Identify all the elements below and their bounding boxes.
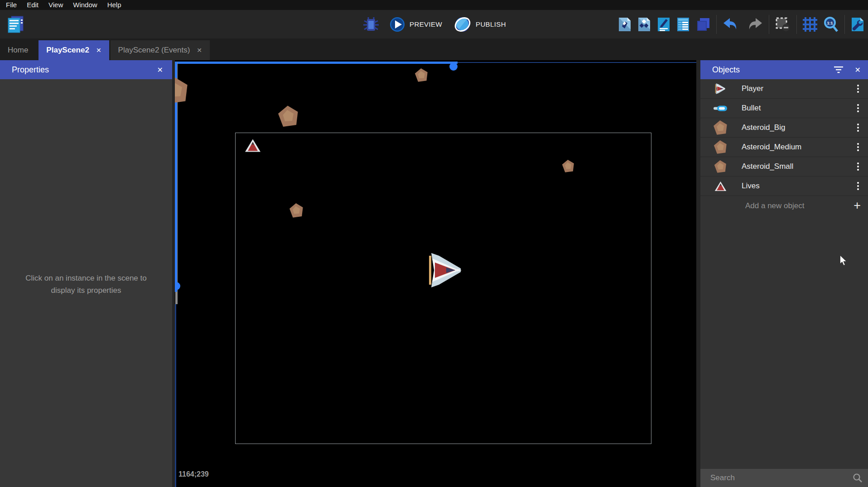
object-label: Asteroid_Big [742,123,785,132]
toggle-grid-button[interactable] [803,17,817,32]
open-object-groups-button[interactable] [637,17,651,32]
tab-home-label: Home [8,46,28,55]
object-label: Asteroid_Medium [742,143,801,152]
page-pencil-icon [657,17,670,32]
bullet-icon [710,105,730,111]
debugger-button[interactable] [362,15,380,33]
instance-lives[interactable] [245,138,261,154]
menu-file[interactable]: File [1,0,22,10]
instances-list-icon [676,17,690,32]
preview-label: PREVIEW [410,20,442,28]
objects-close-icon[interactable]: ✕ [855,66,861,74]
main-area: Properties ✕ Click on an instance in the… [0,60,868,487]
selection-delete-icon [775,17,791,32]
publish-button[interactable]: PUBLISH [453,15,506,33]
toolbar-center: PREVIEW PUBLISH [362,10,506,38]
object-row-asteroid-big[interactable]: Asteroid_Big [700,118,868,138]
toolbar: PREVIEW PUBLISH [0,10,868,38]
menu-view[interactable]: View [43,0,68,10]
objects-panel-header: Objects ✕ [700,60,868,79]
object-label: Bullet [742,104,761,113]
instance-asteroid-big-clipped[interactable] [175,76,189,106]
object-menu-dots-icon[interactable] [857,162,859,171]
cursor-coordinates: 1164;239 [178,470,209,478]
object-row-lives[interactable]: Lives [700,177,868,196]
tab-playscene2-events-label: PlayScene2 (Events) [118,46,190,55]
properties-panel-header: Properties ✕ [0,60,172,79]
tab-playscene2-label: PlayScene2 [46,46,89,55]
object-menu-dots-icon[interactable] [857,143,859,151]
object-menu-dots-icon[interactable] [857,104,859,112]
menu-edit[interactable]: Edit [22,0,43,10]
add-object-row[interactable]: Add a new object + [700,196,868,215]
open-objects-editor-button[interactable] [618,17,632,32]
page-cube-icon [618,17,632,32]
object-row-asteroid-medium[interactable]: Asteroid_Medium [700,138,868,157]
tab-playscene2[interactable]: PlayScene2 ✕ [39,40,109,60]
publish-label: PUBLISH [476,20,506,28]
instance-asteroid-big[interactable] [277,105,299,129]
object-menu-dots-icon[interactable] [857,124,859,132]
instance-asteroid-medium[interactable] [414,68,429,84]
delete-selection-button[interactable] [775,17,791,32]
open-properties-button[interactable] [657,17,670,32]
search-input[interactable] [700,473,853,482]
open-layers-button[interactable] [696,17,710,32]
search-icon[interactable] [853,473,863,483]
toolbar-separator [769,15,769,34]
toolbar-separator [796,15,797,34]
scene-settings-button[interactable] [851,17,864,32]
undo-arrow-icon [723,17,740,32]
resize-handle-left[interactable] [175,282,180,290]
properties-panel: Properties ✕ Click on an instance in the… [0,60,172,487]
project-manager-button[interactable] [5,14,26,35]
menu-help[interactable]: Help [102,0,126,10]
menu-bar: File Edit View Window Help [0,0,868,10]
filter-icon[interactable] [833,66,844,74]
undo-button[interactable] [723,17,740,32]
zoom-reset-button[interactable]: 1:1 [823,16,839,33]
properties-close-icon[interactable]: ✕ [157,66,163,74]
play-icon [389,16,405,33]
object-menu-dots-icon[interactable] [857,85,859,93]
properties-empty-message-line1: Click on an instance in the scene to [6,272,166,284]
tab-playscene2-close-icon[interactable]: ✕ [96,47,101,54]
toolbar-separator [844,15,845,34]
properties-panel-title: Properties [12,65,49,75]
asteroid-big-icon [710,120,730,135]
asteroid-medium-icon [710,140,730,154]
object-label: Lives [742,181,760,191]
open-instances-list-button[interactable] [676,17,690,32]
object-row-player[interactable]: Player [700,79,868,99]
objects-panel-title: Objects [712,65,740,75]
object-row-bullet[interactable]: Bullet [700,99,868,118]
tab-bar: Home PlayScene2 ✕ PlayScene2 (Events) ✕ [0,38,868,60]
instance-asteroid-small-2[interactable] [289,203,304,220]
object-label: Asteroid_Small [742,162,793,171]
toolbar-right: 1:1 [618,10,864,38]
instance-asteroid-small[interactable] [561,159,575,175]
plus-icon[interactable]: + [854,200,861,212]
object-menu-dots-icon[interactable] [857,182,859,190]
zoom-1-1-icon: 1:1 [823,16,839,33]
toolbar-separator [716,15,717,34]
grid-icon [803,17,817,32]
add-object-label: Add a new object [745,201,804,210]
layers-icon [696,17,710,32]
object-row-asteroid-small[interactable]: Asteroid_Small [700,157,868,177]
redo-button[interactable] [746,17,763,32]
tab-playscene2-events-close-icon[interactable]: ✕ [197,47,202,54]
tab-home[interactable]: Home [0,40,36,60]
objects-search-bar [700,469,868,487]
redo-arrow-icon [746,17,763,32]
scene-canvas[interactable]: 1164;239 [175,60,696,487]
tab-playscene2-events[interactable]: PlayScene2 (Events) ✕ [111,40,210,60]
properties-empty-message: Click on an instance in the scene to dis… [6,272,166,296]
instance-player-ship[interactable] [429,251,462,291]
resize-handle-top[interactable] [449,62,458,71]
menu-window[interactable]: Window [68,0,102,10]
preview-button[interactable]: PREVIEW [389,16,442,33]
project-manager-icon [5,14,26,35]
objects-panel: Objects ✕ Player [700,60,868,487]
page-cubes-icon [637,17,651,32]
